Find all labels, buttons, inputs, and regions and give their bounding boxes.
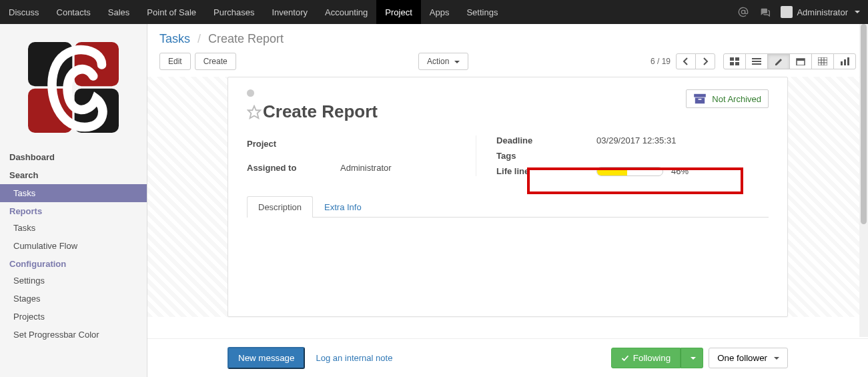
chat-icon[interactable]	[754, 1, 775, 23]
check-icon	[621, 354, 629, 362]
nav-item-purchases[interactable]: Purchases	[205, 0, 263, 24]
toolbar: Edit Create Action 6 / 19	[147, 53, 868, 77]
breadcrumb: Tasks / Create Report	[159, 28, 856, 53]
pivot-icon	[818, 57, 827, 65]
caret-down-icon	[774, 357, 779, 360]
nav-item-sales[interactable]: Sales	[99, 0, 139, 24]
label-deadline: Deadline	[496, 135, 596, 145]
view-pivot-button[interactable]	[811, 53, 834, 69]
breadcrumb-root[interactable]: Tasks	[159, 32, 190, 45]
view-graph-button[interactable]	[833, 53, 856, 69]
scrollbar[interactable]	[859, 24, 868, 337]
svg-rect-25	[699, 99, 702, 100]
sidebar-item-progressbar-color[interactable]: Set Progressbar Color	[0, 326, 147, 344]
svg-rect-6	[735, 57, 739, 61]
sidebar: Dashboard Search Tasks Reports Tasks Cum…	[0, 24, 147, 377]
content-area: Tasks / Create Report Edit Create Action…	[147, 24, 868, 377]
edit-button[interactable]: Edit	[159, 53, 191, 70]
label-assigned: Assigned to	[247, 163, 340, 173]
nav-item-discuss[interactable]: Discuss	[0, 0, 48, 24]
form-tabs: Description Extra Info	[247, 196, 769, 218]
followers-label: One follower	[717, 353, 767, 363]
svg-rect-9	[752, 58, 761, 59]
pager-next-button[interactable]	[695, 53, 715, 69]
svg-point-0	[742, 10, 745, 13]
list-icon	[752, 57, 761, 65]
chatter-bar: New message Log an internal note Followi…	[147, 338, 868, 377]
svg-rect-8	[735, 62, 739, 65]
sidebar-item-tasks[interactable]: Tasks	[0, 184, 147, 202]
highlight-annotation	[527, 167, 743, 194]
nav-item-apps[interactable]: Apps	[421, 0, 458, 24]
view-list-button[interactable]	[745, 53, 768, 69]
following-label: Following	[633, 353, 671, 363]
svg-marker-22	[248, 105, 260, 117]
sidebar-head-config[interactable]: Configuration	[0, 255, 147, 272]
svg-rect-21	[847, 57, 849, 65]
sidebar-item-search[interactable]: Search	[0, 166, 147, 184]
followers-button[interactable]: One follower	[709, 348, 788, 368]
action-dropdown[interactable]: Action	[418, 53, 468, 70]
user-menu[interactable]: Administrator	[775, 6, 860, 18]
pager-text[interactable]: 6 / 19	[650, 57, 671, 66]
tab-description[interactable]: Description	[247, 196, 313, 218]
form-card: Create Report Not Archived Project Assig…	[228, 77, 788, 317]
sidebar-head-reports[interactable]: Reports	[0, 202, 147, 219]
view-form-button[interactable]	[767, 53, 790, 69]
svg-rect-10	[752, 61, 761, 62]
value-deadline: 03/29/2017 12:35:31	[596, 135, 769, 145]
sidebar-item-cumulative-flow[interactable]: Cumulative Flow	[0, 237, 147, 255]
archive-label: Not Archived	[712, 94, 761, 104]
svg-rect-20	[844, 59, 846, 65]
log-note-link[interactable]: Log an internal note	[316, 353, 392, 363]
label-tags: Tags	[496, 151, 596, 161]
scrollbar-thumb[interactable]	[861, 24, 867, 224]
nav-item-accounting[interactable]: Accounting	[316, 0, 376, 24]
pager-prev-button[interactable]	[676, 53, 696, 69]
svg-rect-5	[730, 57, 734, 61]
svg-rect-24	[695, 97, 705, 103]
following-button[interactable]: Following	[611, 348, 681, 368]
kanban-state-dot[interactable]	[247, 89, 254, 97]
sidebar-item-stages[interactable]: Stages	[0, 290, 147, 308]
breadcrumb-current: Create Report	[208, 32, 284, 45]
nav-item-inventory[interactable]: Inventory	[264, 0, 316, 24]
svg-rect-23	[694, 94, 706, 97]
action-label: Action	[427, 57, 449, 66]
breadcrumb-separator: /	[193, 32, 205, 45]
sidebar-item-dashboard[interactable]: Dashboard	[0, 148, 147, 166]
view-kanban-button[interactable]	[723, 53, 746, 69]
calendar-icon	[796, 57, 805, 65]
kanban-icon	[730, 57, 739, 65]
caret-down-icon	[691, 357, 696, 360]
sidebar-item-settings[interactable]: Settings	[0, 272, 147, 290]
view-calendar-button[interactable]	[789, 53, 812, 69]
nav-item-point-of-sale[interactable]: Point of Sale	[138, 0, 205, 24]
chevron-right-icon	[702, 57, 709, 65]
new-message-button[interactable]: New message	[228, 347, 305, 369]
following-caret[interactable]	[681, 348, 703, 368]
form-wrapper: Create Report Not Archived Project Assig…	[147, 77, 868, 317]
archive-toggle[interactable]: Not Archived	[686, 89, 769, 108]
edit-icon	[774, 57, 783, 65]
user-name: Administrator	[797, 7, 848, 17]
logo	[0, 24, 147, 148]
svg-rect-11	[752, 63, 761, 65]
svg-rect-13	[797, 59, 805, 61]
at-icon[interactable]	[733, 1, 754, 23]
nav-item-project[interactable]: Project	[376, 0, 420, 24]
sidebar-item-report-tasks[interactable]: Tasks	[0, 219, 147, 237]
create-button[interactable]: Create	[195, 53, 236, 70]
archive-icon	[693, 93, 707, 104]
sidebar-item-projects[interactable]: Projects	[0, 308, 147, 326]
svg-rect-19	[841, 61, 843, 65]
svg-rect-7	[730, 62, 734, 65]
nav-item-contacts[interactable]: Contacts	[48, 0, 99, 24]
top-nav: DiscussContactsSalesPoint of SalePurchas…	[0, 0, 868, 24]
star-icon[interactable]	[247, 105, 262, 119]
bar-chart-icon	[840, 57, 849, 65]
task-title-text: Create Report	[263, 101, 378, 122]
chevron-left-icon	[683, 57, 689, 65]
nav-item-settings[interactable]: Settings	[458, 0, 506, 24]
tab-extra-info[interactable]: Extra Info	[313, 196, 373, 218]
